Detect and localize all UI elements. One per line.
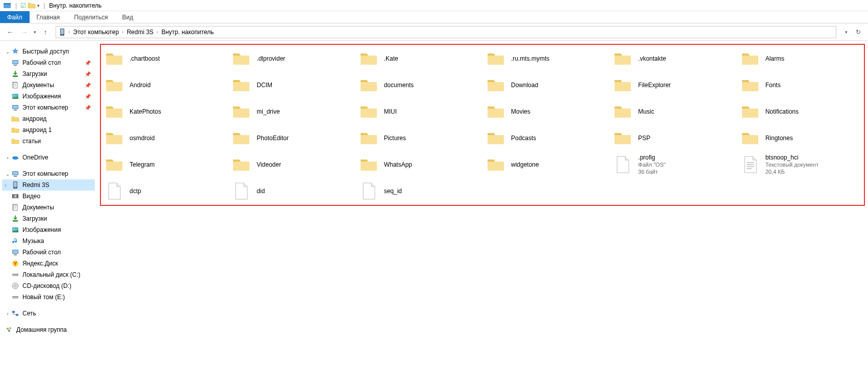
folder-item[interactable]: PSP (610, 126, 735, 150)
address-dropdown[interactable]: ▾ (840, 26, 852, 38)
file-item[interactable]: did (229, 179, 354, 203)
refresh-button[interactable]: ↻ (853, 26, 864, 38)
expand-icon[interactable]: › (5, 155, 10, 161)
expand-icon[interactable]: › (3, 182, 8, 188)
sidebar-item[interactable]: Загрузки (2, 213, 95, 224)
separator: | (43, 2, 45, 9)
svg-rect-7 (14, 65, 17, 66)
sidebar-item[interactable]: Новый том (E:) (2, 292, 95, 303)
folder-item[interactable]: Ringtones (738, 126, 863, 150)
folder-item[interactable]: Notifications (738, 100, 863, 123)
nav-onedrive[interactable]: › OneDrive (2, 152, 95, 163)
item-name: Music (638, 108, 654, 116)
item-name: Android (130, 82, 150, 89)
expand-icon[interactable]: ⌄ (5, 171, 10, 177)
sidebar-item[interactable]: Документы📌 (2, 80, 95, 91)
qat-dropdown-icon[interactable]: ▾ (37, 3, 40, 8)
chevron-right-icon[interactable]: › (122, 29, 123, 35)
sidebar-item[interactable]: Изображения📌 (2, 91, 95, 102)
file-item[interactable]: dctp (102, 179, 227, 203)
svg-rect-20 (14, 176, 17, 177)
breadcrumb-this-pc[interactable]: Этот компьютер (72, 29, 120, 36)
folder-item[interactable]: PhotoEditor (229, 126, 354, 150)
content-pane[interactable]: .chartboost.dlprovider.Kate.ru.mts.mymts… (97, 41, 868, 371)
folder-icon (740, 128, 760, 148)
sidebar-item[interactable]: Рабочий стол (2, 247, 95, 258)
svg-rect-8 (13, 75, 18, 77)
folder-item[interactable]: .dlprovider (229, 47, 354, 70)
file-icon (104, 181, 124, 201)
expand-icon[interactable]: ⌄ (5, 49, 10, 55)
svg-point-17 (13, 156, 16, 158)
chevron-right-icon[interactable]: › (157, 29, 158, 35)
sidebar-item[interactable]: CD-дисковод (D:) (2, 280, 95, 292)
tab-view[interactable]: Вид (115, 11, 140, 23)
sidebar-item[interactable]: статьи (2, 136, 95, 147)
sidebar-item[interactable]: Музыка (2, 235, 95, 247)
folder-item[interactable]: KatePhotos (102, 100, 227, 123)
chevron-right-icon[interactable]: › (68, 29, 70, 35)
item-size: 20,4 КБ (765, 169, 819, 176)
up-button[interactable]: ↑ (39, 26, 52, 38)
sidebar-item[interactable]: Локальный диск (C:) (2, 269, 95, 280)
sidebar-item[interactable]: Изображения (2, 224, 95, 235)
folder-item[interactable]: Alarms (738, 47, 863, 70)
tab-file[interactable]: Файл (0, 11, 30, 23)
nav-quick-access[interactable]: ⌄ Быстрый доступ (2, 46, 95, 57)
folder-item[interactable]: Download (483, 73, 608, 97)
folder-item[interactable]: Podcasts (483, 126, 608, 150)
sidebar-item[interactable]: Загрузки📌 (2, 68, 95, 80)
folder-item[interactable]: .chartboost (102, 47, 227, 70)
sidebar-item-label: Загрузки (22, 215, 47, 222)
item-name: btsnoop_hci (765, 154, 819, 162)
sidebar-item[interactable]: Документы (2, 202, 95, 213)
folder-item[interactable]: mi_drive (229, 100, 354, 123)
folder-item[interactable]: Telegram (102, 153, 227, 176)
file-item[interactable]: btsnoop_hciТекстовый документ20,4 КБ (738, 153, 863, 176)
file-item[interactable]: .profigФайл "OS"36 байт (610, 153, 735, 176)
sidebar-item[interactable]: андроид 1 (2, 124, 95, 136)
folder-item[interactable]: DCIM (229, 73, 354, 97)
breadcrumb-device[interactable]: Redmi 3S (125, 29, 155, 36)
folder-item[interactable]: .vkontakte (610, 47, 735, 70)
folder-icon (104, 48, 124, 69)
folder-item[interactable]: documents (356, 73, 481, 97)
back-button[interactable]: ← (4, 26, 16, 38)
sidebar-item[interactable]: андроид (2, 113, 95, 124)
folder-item[interactable]: Movies (483, 100, 608, 123)
navigation-pane[interactable]: ⌄ Быстрый доступ Рабочий стол📌Загрузки📌Д… (0, 41, 97, 371)
qat-folder-icon[interactable] (28, 2, 36, 10)
sidebar-item[interactable]: ›Redmi 3S (2, 179, 95, 191)
sidebar-item[interactable]: Видео (2, 191, 95, 202)
tab-share[interactable]: Поделиться (67, 11, 115, 23)
folder-item[interactable]: WhatsApp (356, 153, 481, 176)
folder-icon (104, 75, 124, 95)
folder-item[interactable]: Music (610, 100, 735, 123)
history-dropdown[interactable]: ▾ (33, 30, 37, 35)
folder-item[interactable]: MIUI (356, 100, 481, 123)
folder-item[interactable]: osmdroid (102, 126, 227, 150)
folder-item[interactable]: Pictures (356, 126, 481, 150)
expand-icon[interactable]: › (5, 311, 10, 316)
nav-network[interactable]: › Сеть (2, 308, 95, 319)
qat-checkbox-icon[interactable]: ☑ (20, 2, 26, 9)
folder-item[interactable]: Fonts (738, 73, 863, 97)
folder-item[interactable]: FileExplorer (610, 73, 735, 97)
sidebar-item[interactable]: Рабочий стол📌 (2, 57, 95, 68)
file-item[interactable]: seq_id (356, 179, 481, 203)
svg-rect-37 (12, 274, 18, 275)
folder-item[interactable]: .ru.mts.mymts (483, 47, 608, 70)
folder-item[interactable]: widgetone (483, 153, 608, 176)
sidebar-item[interactable]: Яндекс.Диск (2, 258, 95, 269)
breadcrumb-storage[interactable]: Внутр. накопитель (160, 29, 215, 36)
sidebar-item[interactable]: Этот компьютер📌 (2, 102, 95, 113)
folder-item[interactable]: Videoder (229, 153, 354, 176)
tab-home[interactable]: Главная (30, 11, 67, 23)
nav-homegroup[interactable]: Домашняя группа (2, 324, 95, 335)
folder-item[interactable]: .Kate (356, 47, 481, 70)
address-bar[interactable]: › Этот компьютер › Redmi 3S › Внутр. нак… (56, 26, 836, 38)
folder-item[interactable]: Android (102, 73, 227, 97)
nav-this-pc[interactable]: ⌄ Этот компьютер (2, 168, 95, 179)
forward-button[interactable]: → (18, 26, 31, 38)
folder-icon (359, 101, 379, 122)
